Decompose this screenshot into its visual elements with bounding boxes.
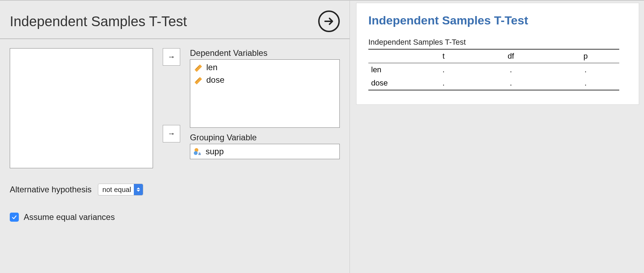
svg-rect-0 [194,64,202,72]
table-row: dose . . . [368,76,619,90]
nominal-icon: a [193,147,202,156]
assume-equal-variances-checkbox[interactable] [10,213,19,222]
table-header-row: t df p [368,49,619,63]
chevron-updown-icon [134,184,143,195]
arrow-right-icon [323,15,335,27]
variable-assignment-row: → → Dependent Variables len [10,48,340,168]
variable-item[interactable]: a supp [193,147,224,156]
options-panel: Independent Samples T-Test → → Dependent… [0,0,350,273]
cell-name: len [368,63,417,77]
col-header-t: t [417,49,470,63]
variable-item[interactable]: len [193,61,337,74]
target-boxes-column: Dependent Variables len dose [190,48,340,159]
scale-icon [194,63,203,72]
cell-name: dose [368,76,417,90]
assign-to-grouping-button[interactable]: → [163,125,180,142]
alternative-hypothesis-row: Alternative hypothesis not equal [10,184,340,195]
collapse-panel-button[interactable] [318,10,340,32]
cell-t: . [417,76,470,90]
cell-df: . [470,63,552,77]
check-icon [11,214,17,220]
cell-p: . [552,76,619,90]
results-table: t df p len . . . dose . . . [368,49,619,90]
col-header-name [368,49,417,63]
grouping-label: Grouping Variable [190,133,340,142]
variable-name: len [206,62,217,72]
scale-icon [194,75,203,84]
alt-hyp-label: Alternative hypothesis [10,185,92,194]
available-variables-list[interactable] [10,48,153,168]
cell-df: . [470,76,552,90]
cell-t: . [417,63,470,77]
results-card: Independent Samples T-Test Independent S… [356,3,639,105]
arrow-right-icon: → [168,129,175,138]
results-title: Independent Samples T-Test [368,14,627,27]
col-header-df: df [470,49,552,63]
assume-equal-variances-label: Assume equal variances [24,212,115,222]
svg-point-9 [194,151,198,155]
assume-equal-variances-row: Assume equal variances [10,212,340,222]
table-row: len . . . [368,63,619,77]
alt-hyp-select[interactable]: not equal [98,184,143,195]
panel-body: → → Dependent Variables len [0,39,350,229]
results-table-caption: Independent Samples T-Test [368,38,627,47]
results-panel: Independent Samples T-Test Independent S… [356,0,644,273]
cell-p: . [552,63,619,77]
svg-rect-4 [194,77,202,84]
variable-item[interactable]: dose [193,74,337,86]
variable-name: dose [206,75,224,85]
col-header-p: p [552,49,619,63]
panel-divider [350,0,356,273]
grouping-variable-box[interactable]: a supp [190,144,340,159]
svg-text:a: a [198,151,201,156]
variable-name: supp [206,147,224,156]
alt-hyp-value: not equal [102,186,131,194]
assign-to-dependent-button[interactable]: → [163,48,180,66]
page-title: Independent Samples T-Test [10,14,187,29]
dependent-variables-box[interactable]: len dose [190,59,340,128]
dependent-label: Dependent Variables [190,48,340,58]
arrow-right-icon: → [168,52,175,61]
panel-header: Independent Samples T-Test [0,1,350,39]
